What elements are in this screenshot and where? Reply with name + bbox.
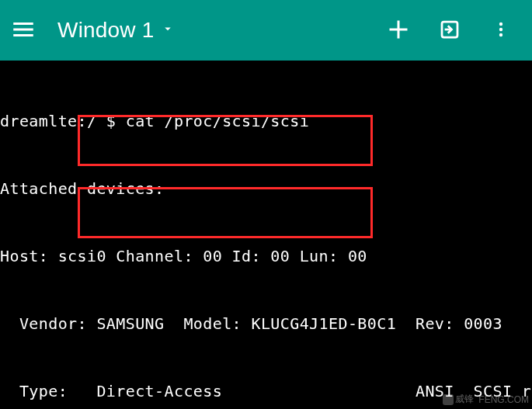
menu-button[interactable] [6,13,40,47]
terminal-line: Attached devices: [0,178,532,200]
terminal-line: Host: scsi0 Channel: 00 Id: 00 Lun: 00 [0,245,532,268]
more-vert-icon [492,18,510,43]
toolbar-left: Window 1 [6,13,175,47]
terminal-line: Vendor: SAMSUNG Model: KLUCG4J1ED-B0C1 R… [0,313,532,335]
toolbar: Window 1 [0,0,532,61]
terminal-line: Type: Direct-Access ANSI SCSI revis [0,380,532,403]
dropdown-icon [161,22,175,39]
svg-point-6 [499,22,502,25]
open-in-new-icon [438,18,461,43]
svg-point-8 [499,33,502,36]
terminal-line: dreamlte:/ $ cat /proc/scsi/scsi [0,110,532,133]
window-selector[interactable]: Window 1 [53,18,175,43]
plus-icon [387,18,410,43]
toolbar-right [381,13,526,47]
window-title: Window 1 [57,18,155,43]
terminal-output[interactable]: dreamlte:/ $ cat /proc/scsi/scsi Attache… [0,61,532,409]
svg-point-7 [499,27,502,30]
export-button[interactable] [433,13,467,47]
more-button[interactable] [484,13,518,47]
menu-icon [12,18,35,43]
new-window-button[interactable] [381,13,416,47]
